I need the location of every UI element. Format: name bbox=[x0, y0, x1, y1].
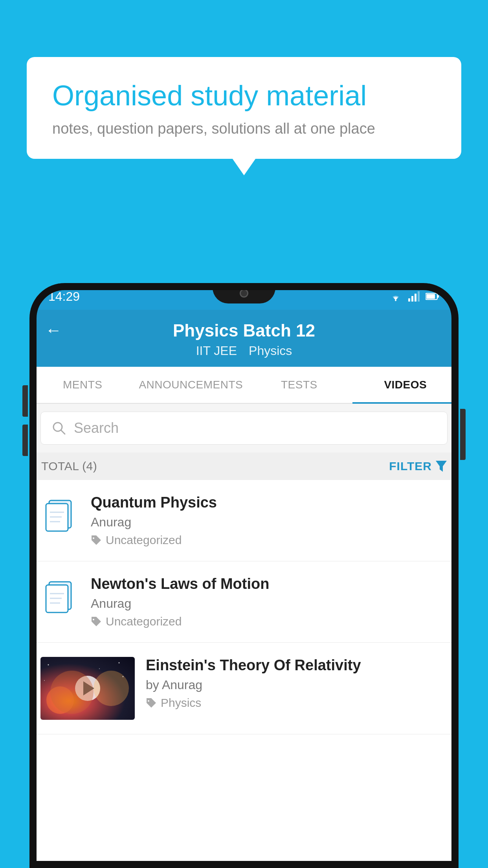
tag-physics: Physics bbox=[249, 344, 292, 358]
status-icons bbox=[389, 291, 440, 302]
svg-rect-4 bbox=[418, 291, 420, 302]
total-count: TOTAL (4) bbox=[41, 460, 97, 473]
phone-frame: 14:29 bbox=[29, 283, 459, 868]
volume-down-button bbox=[22, 425, 28, 456]
volume-up-button bbox=[22, 385, 28, 417]
tabs-bar: MENTS ANNOUNCEMENTS TESTS VIDEOS bbox=[29, 367, 459, 404]
video-tag: Uncategorized bbox=[91, 615, 448, 628]
filter-button[interactable]: FILTER bbox=[389, 460, 447, 473]
video-tag: Physics bbox=[146, 696, 448, 710]
svg-marker-10 bbox=[436, 461, 447, 472]
svg-rect-7 bbox=[437, 295, 439, 298]
video-tag: Uncategorized bbox=[91, 533, 448, 547]
tab-announcements[interactable]: ANNOUNCEMENTS bbox=[136, 367, 246, 403]
search-icon bbox=[52, 421, 66, 435]
signal-icon bbox=[408, 291, 420, 302]
svg-rect-3 bbox=[415, 294, 416, 302]
svg-point-26 bbox=[99, 668, 100, 669]
search-input[interactable]: Search bbox=[74, 420, 119, 436]
filter-label: FILTER bbox=[389, 460, 432, 473]
svg-point-24 bbox=[48, 664, 49, 666]
tab-videos[interactable]: VIDEOS bbox=[352, 367, 459, 403]
phone-notch bbox=[213, 283, 275, 303]
video-title: Quantum Physics bbox=[91, 494, 448, 511]
tab-ments[interactable]: MENTS bbox=[29, 367, 136, 403]
front-camera bbox=[240, 289, 248, 298]
filter-icon bbox=[436, 461, 447, 472]
list-item[interactable]: Einstein's Theory Of Relativity by Anura… bbox=[29, 643, 459, 734]
batch-title: Physics Batch 12 bbox=[173, 321, 315, 340]
battery-icon bbox=[426, 292, 440, 300]
status-bar: 14:29 bbox=[29, 283, 459, 310]
svg-point-25 bbox=[119, 662, 120, 664]
svg-point-23 bbox=[50, 671, 94, 714]
tag-icon bbox=[91, 616, 102, 627]
phone-content: ← Physics Batch 12 IIT JEE Physics MENTS… bbox=[29, 310, 459, 868]
speech-bubble-subtitle: notes, question papers, solutions all at… bbox=[52, 120, 436, 137]
speech-bubble: Organised study material notes, question… bbox=[27, 57, 461, 159]
svg-point-21 bbox=[94, 671, 129, 706]
svg-rect-6 bbox=[426, 294, 435, 299]
status-bar-time: 14:29 bbox=[48, 289, 80, 304]
list-item[interactable]: Newton's Laws of Motion Anurag Uncategor… bbox=[29, 561, 459, 643]
document-icon bbox=[40, 494, 80, 533]
filter-bar: TOTAL (4) FILTER bbox=[29, 452, 459, 480]
svg-point-0 bbox=[395, 300, 396, 301]
svg-rect-1 bbox=[408, 298, 410, 302]
speech-bubble-container: Organised study material notes, question… bbox=[27, 57, 461, 159]
search-input-wrapper[interactable]: Search bbox=[40, 412, 448, 445]
speech-bubble-title: Organised study material bbox=[52, 79, 436, 112]
video-author: by Anurag bbox=[146, 678, 448, 692]
svg-line-9 bbox=[61, 430, 65, 434]
svg-rect-2 bbox=[411, 296, 413, 302]
wifi-icon bbox=[389, 291, 403, 302]
document-icon bbox=[40, 576, 80, 614]
tag-icon bbox=[146, 697, 157, 708]
tag-iit-jee: IIT JEE bbox=[196, 344, 237, 358]
video-title: Einstein's Theory Of Relativity bbox=[146, 657, 448, 674]
svg-point-28 bbox=[44, 680, 45, 681]
tag-icon bbox=[91, 535, 102, 546]
thumbnail-background bbox=[40, 657, 135, 720]
video-item-info: Quantum Physics Anurag Uncategorized bbox=[91, 494, 448, 547]
search-bar-container: Search bbox=[29, 404, 459, 452]
video-thumbnail bbox=[40, 657, 135, 720]
back-button[interactable]: ← bbox=[45, 321, 62, 340]
batch-tags: IIT JEE Physics bbox=[196, 344, 292, 358]
video-author: Anurag bbox=[91, 596, 448, 611]
svg-point-27 bbox=[123, 676, 124, 677]
video-list: Quantum Physics Anurag Uncategorized bbox=[29, 480, 459, 734]
space-bg bbox=[40, 657, 135, 720]
video-item-info: Einstein's Theory Of Relativity by Anura… bbox=[146, 657, 448, 710]
tab-tests[interactable]: TESTS bbox=[246, 367, 352, 403]
video-author: Anurag bbox=[91, 515, 448, 530]
list-item[interactable]: Quantum Physics Anurag Uncategorized bbox=[29, 480, 459, 561]
app-header: ← Physics Batch 12 IIT JEE Physics bbox=[29, 310, 459, 367]
video-title: Newton's Laws of Motion bbox=[91, 576, 448, 592]
video-item-info: Newton's Laws of Motion Anurag Uncategor… bbox=[91, 576, 448, 628]
power-button bbox=[460, 409, 466, 460]
